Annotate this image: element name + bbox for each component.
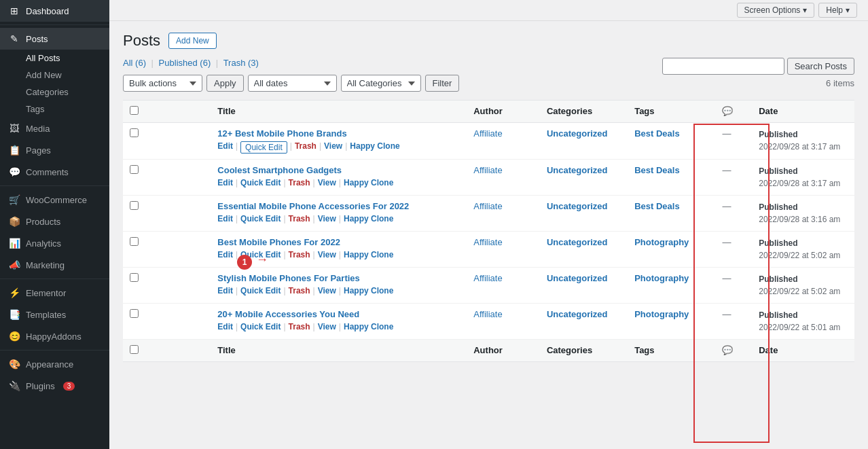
row-title: Best Mobile Phones For 2022 Edit | Quick… — [211, 232, 467, 268]
trash-link[interactable]: Trash — [289, 250, 310, 259]
dates-select[interactable]: All dates September 2022 — [248, 75, 337, 92]
category-link[interactable]: Uncategorized — [547, 273, 608, 283]
tag-link[interactable]: Best Deals — [634, 165, 679, 175]
sidebar-item-products[interactable]: 📦 Products — [0, 211, 109, 232]
sidebar-item-analytics[interactable]: 📊 Analytics — [0, 232, 109, 254]
categories-select[interactable]: All Categories Uncategorized — [341, 75, 421, 92]
row-select-checkbox[interactable] — [130, 273, 139, 282]
trash-link[interactable]: Trash — [289, 322, 310, 331]
sidebar-item-appearance[interactable]: 🎨 Appearance — [0, 353, 109, 375]
trash-link[interactable]: Trash — [289, 214, 310, 223]
author-link[interactable]: Affiliate — [473, 165, 502, 175]
bulk-actions-select[interactable]: Bulk actions Edit Move to Trash — [123, 75, 202, 92]
category-link[interactable]: Uncategorized — [547, 201, 608, 211]
filter-button[interactable]: Filter — [425, 75, 460, 92]
tag-link[interactable]: Best Deals — [634, 128, 679, 139]
view-link[interactable]: View — [318, 286, 336, 295]
quick-edit-link[interactable]: Quick Edit — [240, 214, 281, 223]
screen-options-button[interactable]: Screen Options ▾ — [737, 3, 815, 18]
quick-edit-button[interactable]: Quick Edit — [240, 141, 287, 154]
category-link[interactable]: Uncategorized — [547, 237, 608, 247]
sidebar-sub-item-add-new[interactable]: Add New — [0, 67, 109, 84]
category-link[interactable]: Uncategorized — [547, 128, 608, 139]
view-link[interactable]: View — [318, 178, 336, 187]
trash-link[interactable]: Trash — [289, 286, 310, 295]
post-title-link[interactable]: Best Mobile Phones For 2022 — [217, 237, 340, 247]
edit-link[interactable]: Edit — [217, 214, 233, 223]
edit-link[interactable]: Edit — [217, 178, 233, 187]
row-select-checkbox[interactable] — [130, 128, 139, 137]
sidebar-item-marketing[interactable]: 📣 Marketing — [0, 254, 109, 276]
quick-edit-link[interactable]: Quick Edit — [240, 286, 281, 295]
filter-all-link[interactable]: All (6) — [123, 58, 146, 68]
quick-edit-link[interactable]: Quick Edit — [240, 250, 281, 259]
happy-clone-link[interactable]: Happy Clone — [344, 322, 393, 331]
tag-link[interactable]: Best Deals — [634, 201, 679, 211]
sidebar-item-plugins[interactable]: 🔌 Plugins 3 — [0, 375, 109, 397]
trash-link[interactable]: Trash — [289, 178, 310, 187]
edit-link[interactable]: Edit — [217, 286, 233, 295]
row-select-checkbox[interactable] — [130, 309, 139, 318]
author-link[interactable]: Affiliate — [473, 309, 502, 319]
row-select-checkbox[interactable] — [130, 237, 139, 246]
quick-edit-link[interactable]: Quick Edit — [240, 322, 281, 331]
sidebar-item-pages[interactable]: 📋 Pages — [0, 139, 109, 161]
sidebar-item-comments[interactable]: 💬 Comments — [0, 161, 109, 183]
post-title-link[interactable]: Essential Mobile Phone Accessories For 2… — [217, 201, 409, 211]
footer-select-all-checkbox[interactable] — [130, 345, 139, 354]
sidebar-sub-item-tags[interactable]: Tags — [0, 101, 109, 118]
filter-trash-link[interactable]: Trash (3) — [223, 58, 259, 68]
tag-link[interactable]: Photography — [634, 237, 689, 247]
post-title-link[interactable]: 12+ Best Mobile Phone Brands — [217, 128, 346, 139]
sidebar-item-elementor[interactable]: ⚡ Elementor — [0, 282, 109, 304]
sidebar-divider-3 — [0, 279, 109, 279]
tag-link[interactable]: Photography — [634, 309, 689, 319]
sidebar-item-posts[interactable]: ✎ Posts — [0, 28, 109, 50]
view-link[interactable]: View — [318, 214, 336, 223]
view-link[interactable]: View — [324, 141, 342, 154]
row-comments: — — [715, 232, 752, 268]
sidebar-sub-item-categories[interactable]: Categories — [0, 84, 109, 101]
edit-link[interactable]: Edit — [217, 141, 233, 154]
happy-clone-link[interactable]: Happy Clone — [344, 178, 393, 187]
sidebar-item-templates[interactable]: 📑 Templates — [0, 304, 109, 325]
help-button[interactable]: Help ▾ — [818, 3, 857, 18]
trash-link[interactable]: Trash — [295, 141, 317, 154]
happy-clone-link[interactable]: Happy Clone — [350, 141, 399, 154]
view-link[interactable]: View — [318, 322, 336, 331]
search-posts-button[interactable]: Search Posts — [787, 58, 854, 75]
category-link[interactable]: Uncategorized — [547, 165, 608, 175]
author-link[interactable]: Affiliate — [473, 201, 502, 211]
happy-clone-link[interactable]: Happy Clone — [344, 286, 393, 295]
post-title-link[interactable]: Coolest Smartphone Gadgets — [217, 165, 342, 175]
search-input[interactable] — [662, 58, 784, 75]
sidebar-item-woocommerce[interactable]: 🛒 WooCommerce — [0, 189, 109, 211]
sidebar-item-happyaddons[interactable]: 😊 HappyAddons — [0, 325, 109, 347]
footer-title-col[interactable]: Title — [211, 340, 467, 362]
sidebar-item-media[interactable]: 🖼 Media — [0, 118, 109, 139]
category-link[interactable]: Uncategorized — [547, 309, 608, 319]
sidebar-sub-item-all-posts[interactable]: All Posts — [0, 50, 109, 67]
col-header-title[interactable]: Title — [211, 101, 467, 123]
edit-link[interactable]: Edit — [217, 322, 233, 331]
sidebar-item-dashboard[interactable]: ⊞ Dashboard — [0, 0, 109, 22]
edit-link[interactable]: Edit — [217, 250, 233, 259]
row-select-checkbox[interactable] — [130, 165, 139, 174]
post-title-link[interactable]: 20+ Mobile Accessories You Need — [217, 309, 359, 319]
happy-clone-link[interactable]: Happy Clone — [344, 250, 393, 259]
post-title-link[interactable]: Stylish Mobile Phones For Parties — [217, 273, 360, 283]
view-link[interactable]: View — [318, 250, 336, 259]
quick-edit-link[interactable]: Quick Edit — [240, 178, 281, 187]
filter-published-link[interactable]: Published (6) — [159, 58, 211, 68]
author-link[interactable]: Affiliate — [473, 237, 502, 247]
apply-button[interactable]: Apply — [206, 75, 244, 92]
author-link[interactable]: Affiliate — [473, 273, 502, 283]
tag-link[interactable]: Photography — [634, 273, 689, 283]
col-header-date[interactable]: Date — [752, 101, 854, 123]
add-new-button[interactable]: Add New — [168, 33, 217, 49]
happy-clone-link[interactable]: Happy Clone — [344, 214, 393, 223]
author-link[interactable]: Affiliate — [473, 128, 502, 139]
select-all-checkbox[interactable] — [130, 106, 139, 115]
row-select-checkbox[interactable] — [130, 201, 139, 210]
footer-author-col: Author — [467, 340, 540, 362]
